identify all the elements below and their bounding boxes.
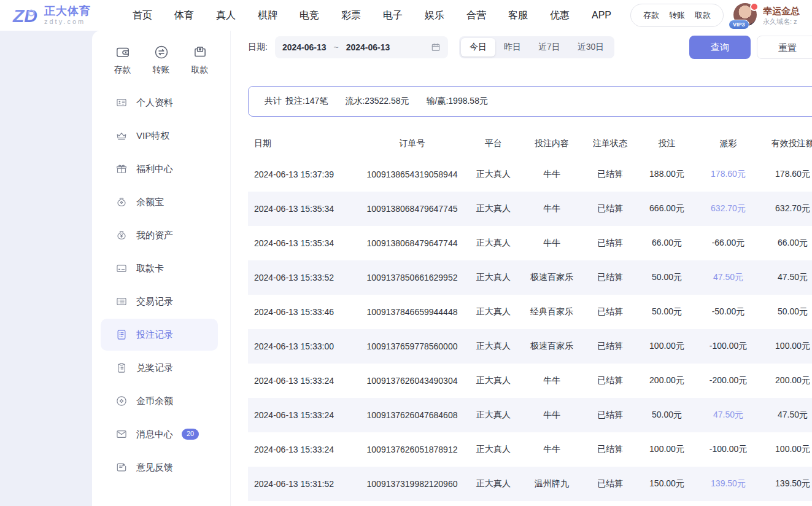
sidebar-item-交易记录[interactable]: 交易记录 — [101, 286, 218, 317]
sidebar-item-label: 消息中心 — [136, 429, 173, 440]
cell-content: 经典百家乐 — [521, 295, 582, 329]
sidebar-item-我的资产[interactable]: 我的资产 — [101, 219, 218, 251]
cell-bet: 100.00元 — [638, 329, 696, 364]
sidebar-item-label: 取款卡 — [136, 263, 164, 274]
cell-date: 2024-06-13 15:33:46 — [248, 295, 358, 329]
cell-platform: 正大真人 — [466, 157, 521, 192]
table-row: 2024-06-13 15:33:241009137626043490304正大… — [248, 364, 812, 398]
nav-item-真人[interactable]: 真人 — [216, 9, 236, 22]
avatar[interactable]: VIP3 — [733, 3, 758, 28]
date-range-input[interactable]: 2024-06-13 ~ 2024-06-13 — [275, 36, 448, 58]
nav-item-棋牌[interactable]: 棋牌 — [258, 9, 277, 22]
cell-status: 已结算 — [582, 432, 638, 467]
cell-bet: 200.00元 — [638, 364, 696, 398]
table-row: 2024-06-13 15:35:341009138068479647744正大… — [248, 226, 812, 260]
cell-bet: 50.00元 — [638, 295, 696, 329]
date-from-value[interactable]: 2024-06-13 — [282, 42, 327, 52]
column-header-订单号: 订单号 — [358, 130, 466, 157]
sidebar-quick-actions: 存款转账取款 — [92, 44, 230, 79]
cell-status: 已结算 — [582, 226, 638, 260]
column-header-日期: 日期 — [248, 130, 358, 157]
cell-valid: 139.50元 — [760, 467, 812, 501]
sidebar-item-福利中心[interactable]: 福利中心 — [101, 153, 218, 185]
column-header-平台: 平台 — [466, 130, 521, 157]
envelope-icon — [115, 428, 128, 440]
brand-logo[interactable]: ZD 正大体育 zdty.com — [12, 4, 104, 27]
cell-date: 2024-06-13 15:33:24 — [248, 364, 358, 398]
assets-icon — [115, 229, 128, 241]
range-button-昨日[interactable]: 昨日 — [495, 38, 530, 56]
column-header-有效投注额: 有效投注额 — [760, 130, 812, 157]
sidebar-item-意见反馈[interactable]: 意见反馈 — [101, 451, 218, 483]
nav-item-APP[interactable]: APP — [592, 10, 611, 21]
search-button[interactable]: 查询 — [689, 36, 751, 59]
username: 幸运金总 — [763, 5, 800, 17]
nav-item-合营[interactable]: 合营 — [466, 9, 486, 22]
cell-valid: 100.00元 — [760, 432, 812, 467]
sidebar-quick-转账[interactable]: 转账 — [153, 44, 170, 76]
pouch-icon — [115, 196, 128, 208]
vip-badge: VIP3 — [729, 20, 749, 29]
range-button-今日[interactable]: 今日 — [461, 38, 495, 56]
cell-order: 1009138654319058944 — [358, 157, 466, 192]
sidebar-item-余额宝[interactable]: 余额宝 — [101, 186, 218, 218]
cell-bet: 150.00元 — [638, 467, 696, 501]
bank-card-icon — [115, 262, 128, 274]
cell-content: 极速百家乐 — [521, 329, 582, 364]
nav-item-彩票[interactable]: 彩票 — [341, 9, 361, 22]
cell-payout: 47.50元 — [696, 260, 760, 295]
cell-date: 2024-06-13 15:37:39 — [248, 157, 358, 192]
cell-date: 2024-06-13 15:35:34 — [248, 192, 358, 226]
sidebar-item-投注记录[interactable]: 投注记录 — [101, 319, 218, 351]
summary-bets: 投注:147笔 — [285, 96, 328, 107]
nav-item-首页[interactable]: 首页 — [133, 9, 152, 22]
summary-turnover: 流水:23522.58元 — [345, 96, 409, 107]
cell-valid: 178.60元 — [760, 157, 812, 192]
cell-platform: 正大真人 — [466, 432, 521, 467]
sidebar-item-消息中心[interactable]: 消息中心20 — [101, 418, 218, 450]
sidebar-item-金币余额[interactable]: 金币余额 — [101, 385, 218, 417]
user-info[interactable]: VIP3 幸运金总 永久域名: z — [733, 3, 800, 28]
sidebar-quick-存款[interactable]: 存款 — [114, 44, 131, 76]
cell-bet: 100.00元 — [638, 432, 696, 467]
sidebar-item-个人资料[interactable]: 个人资料 — [101, 87, 218, 119]
cell-platform: 正大真人 — [466, 329, 521, 364]
range-button-近7日[interactable]: 近7日 — [530, 38, 569, 56]
cell-order: 1009137626047684608 — [358, 398, 466, 432]
transactions-icon — [115, 295, 128, 308]
nav-item-客服[interactable]: 客服 — [508, 9, 528, 22]
cell-payout: 139.50元 — [696, 467, 760, 501]
calendar-icon[interactable] — [431, 42, 441, 52]
sidebar-quick-取款[interactable]: 取款 — [191, 44, 209, 76]
nav-item-电子[interactable]: 电子 — [383, 9, 403, 22]
date-to-value[interactable]: 2024-06-13 — [346, 42, 390, 52]
pill-action-转账[interactable]: 转账 — [669, 10, 685, 21]
sidebar-item-兑奖记录[interactable]: 兑奖记录 — [101, 352, 218, 384]
cell-date: 2024-06-13 15:35:34 — [248, 226, 358, 260]
table-header-row: 日期订单号平台投注内容注单状态投注派彩有效投注额 — [248, 130, 812, 157]
sidebar-item-label: 福利中心 — [136, 163, 173, 175]
gift-icon — [115, 163, 128, 175]
cell-date: 2024-06-13 15:33:24 — [248, 398, 358, 432]
id-card-icon — [115, 96, 128, 109]
range-button-近30日[interactable]: 近30日 — [569, 38, 613, 56]
nav-item-优惠[interactable]: 优惠 — [550, 9, 570, 22]
nav-item-体育[interactable]: 体育 — [174, 9, 194, 22]
sidebar-item-VIP特权[interactable]: VIP特权 — [101, 120, 218, 152]
sidebar-item-取款卡[interactable]: 取款卡 — [101, 252, 218, 284]
page-body: 存款转账取款 个人资料VIP特权福利中心余额宝我的资产取款卡交易记录投注记录兑奖… — [0, 31, 812, 506]
filter-row: 日期: 2024-06-13 ~ 2024-06-13 今日昨日近7日近30日 … — [248, 36, 812, 59]
cell-status: 已结算 — [582, 329, 638, 364]
pill-action-存款[interactable]: 存款 — [643, 10, 659, 21]
cell-payout: -66.00元 — [696, 226, 760, 260]
pill-action-取款[interactable]: 取款 — [695, 10, 711, 21]
cell-content: 牛牛 — [521, 364, 582, 398]
column-header-派彩: 派彩 — [696, 130, 760, 157]
nav-item-娱乐[interactable]: 娱乐 — [425, 9, 444, 22]
cell-status: 已结算 — [582, 295, 638, 329]
nav-item-电竞[interactable]: 电竞 — [300, 9, 319, 22]
sidebar-item-label: 个人资料 — [136, 97, 173, 109]
cell-platform: 正大真人 — [466, 192, 521, 226]
reset-button[interactable]: 重置 — [757, 36, 812, 59]
cell-platform: 正大真人 — [466, 260, 521, 295]
